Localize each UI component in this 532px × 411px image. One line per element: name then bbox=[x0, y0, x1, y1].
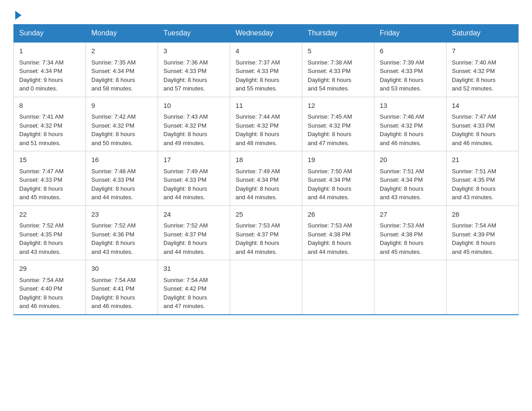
calendar-cell: 9Sunrise: 7:42 AMSunset: 4:32 PMDaylight… bbox=[86, 97, 158, 151]
calendar-cell: 13Sunrise: 7:46 AMSunset: 4:32 PMDayligh… bbox=[374, 97, 446, 151]
calendar-cell: 31Sunrise: 7:54 AMSunset: 4:42 PMDayligh… bbox=[158, 260, 230, 315]
logo bbox=[13, 9, 21, 20]
calendar-cell: 12Sunrise: 7:45 AMSunset: 4:32 PMDayligh… bbox=[302, 97, 374, 151]
page-header bbox=[13, 9, 519, 20]
day-number: 20 bbox=[380, 155, 441, 165]
calendar-cell: 18Sunrise: 7:49 AMSunset: 4:34 PMDayligh… bbox=[230, 151, 302, 206]
day-number: 2 bbox=[91, 46, 152, 56]
day-number: 15 bbox=[19, 155, 80, 165]
calendar-cell: 3Sunrise: 7:36 AMSunset: 4:33 PMDaylight… bbox=[158, 42, 230, 97]
day-number: 26 bbox=[308, 210, 369, 220]
calendar-cell: 16Sunrise: 7:48 AMSunset: 4:33 PMDayligh… bbox=[86, 151, 158, 206]
calendar-cell: 27Sunrise: 7:53 AMSunset: 4:38 PMDayligh… bbox=[374, 206, 446, 260]
day-number: 27 bbox=[380, 210, 441, 220]
calendar-cell: 22Sunrise: 7:52 AMSunset: 4:35 PMDayligh… bbox=[14, 206, 86, 260]
day-number: 13 bbox=[380, 101, 441, 111]
day-number: 11 bbox=[236, 101, 296, 111]
day-number: 1 bbox=[19, 46, 80, 56]
week-row-4: 22Sunrise: 7:52 AMSunset: 4:35 PMDayligh… bbox=[14, 206, 519, 260]
calendar-cell: 11Sunrise: 7:44 AMSunset: 4:32 PMDayligh… bbox=[230, 97, 302, 151]
day-number: 9 bbox=[91, 101, 152, 111]
calendar-cell bbox=[230, 260, 302, 315]
column-header-wednesday: Wednesday bbox=[230, 25, 302, 43]
calendar-cell: 23Sunrise: 7:52 AMSunset: 4:36 PMDayligh… bbox=[86, 206, 158, 260]
calendar-cell: 1Sunrise: 7:34 AMSunset: 4:34 PMDaylight… bbox=[14, 42, 86, 97]
calendar-cell: 8Sunrise: 7:41 AMSunset: 4:32 PMDaylight… bbox=[14, 97, 86, 151]
day-number: 25 bbox=[236, 210, 296, 220]
day-number: 14 bbox=[452, 101, 513, 111]
calendar-cell: 15Sunrise: 7:47 AMSunset: 4:33 PMDayligh… bbox=[14, 151, 86, 206]
calendar-cell: 25Sunrise: 7:53 AMSunset: 4:37 PMDayligh… bbox=[230, 206, 302, 260]
day-number: 7 bbox=[452, 46, 513, 56]
calendar-cell: 10Sunrise: 7:43 AMSunset: 4:32 PMDayligh… bbox=[158, 97, 230, 151]
calendar-cell bbox=[446, 260, 519, 315]
day-number: 16 bbox=[91, 155, 152, 165]
day-number: 28 bbox=[452, 210, 513, 220]
column-header-thursday: Thursday bbox=[302, 25, 374, 43]
day-number: 12 bbox=[308, 101, 369, 111]
calendar-cell: 7Sunrise: 7:40 AMSunset: 4:32 PMDaylight… bbox=[446, 42, 519, 97]
day-number: 29 bbox=[19, 264, 80, 274]
calendar-cell: 6Sunrise: 7:39 AMSunset: 4:33 PMDaylight… bbox=[374, 42, 446, 97]
day-number: 24 bbox=[163, 210, 224, 220]
calendar-cell bbox=[302, 260, 374, 315]
day-number: 10 bbox=[163, 101, 224, 111]
calendar-cell: 21Sunrise: 7:51 AMSunset: 4:35 PMDayligh… bbox=[446, 151, 519, 206]
calendar-cell: 17Sunrise: 7:49 AMSunset: 4:33 PMDayligh… bbox=[158, 151, 230, 206]
day-number: 4 bbox=[236, 46, 296, 56]
column-header-tuesday: Tuesday bbox=[158, 25, 230, 43]
calendar-cell: 28Sunrise: 7:54 AMSunset: 4:39 PMDayligh… bbox=[446, 206, 519, 260]
column-header-friday: Friday bbox=[374, 25, 446, 43]
calendar-cell: 2Sunrise: 7:35 AMSunset: 4:34 PMDaylight… bbox=[86, 42, 158, 97]
calendar-cell: 24Sunrise: 7:52 AMSunset: 4:37 PMDayligh… bbox=[158, 206, 230, 260]
calendar-table: SundayMondayTuesdayWednesdayThursdayFrid… bbox=[13, 24, 519, 315]
calendar-cell: 29Sunrise: 7:54 AMSunset: 4:40 PMDayligh… bbox=[14, 260, 86, 315]
day-number: 21 bbox=[452, 155, 513, 165]
calendar-cell: 20Sunrise: 7:51 AMSunset: 4:34 PMDayligh… bbox=[374, 151, 446, 206]
day-number: 23 bbox=[91, 210, 152, 220]
day-number: 6 bbox=[380, 46, 441, 56]
column-header-saturday: Saturday bbox=[446, 25, 519, 43]
day-number: 31 bbox=[163, 264, 224, 274]
day-number: 30 bbox=[91, 264, 152, 274]
calendar-cell bbox=[374, 260, 446, 315]
calendar-cell: 30Sunrise: 7:54 AMSunset: 4:41 PMDayligh… bbox=[86, 260, 158, 315]
column-header-sunday: Sunday bbox=[14, 25, 86, 43]
calendar-header-row: SundayMondayTuesdayWednesdayThursdayFrid… bbox=[14, 25, 519, 43]
logo-arrow-icon bbox=[15, 11, 21, 20]
week-row-1: 1Sunrise: 7:34 AMSunset: 4:34 PMDaylight… bbox=[14, 42, 519, 97]
week-row-2: 8Sunrise: 7:41 AMSunset: 4:32 PMDaylight… bbox=[14, 97, 519, 151]
day-number: 8 bbox=[19, 101, 80, 111]
day-number: 22 bbox=[19, 210, 80, 220]
week-row-3: 15Sunrise: 7:47 AMSunset: 4:33 PMDayligh… bbox=[14, 151, 519, 206]
column-header-monday: Monday bbox=[86, 25, 158, 43]
calendar-cell: 5Sunrise: 7:38 AMSunset: 4:33 PMDaylight… bbox=[302, 42, 374, 97]
calendar-cell: 4Sunrise: 7:37 AMSunset: 4:33 PMDaylight… bbox=[230, 42, 302, 97]
calendar-cell: 26Sunrise: 7:53 AMSunset: 4:38 PMDayligh… bbox=[302, 206, 374, 260]
day-number: 17 bbox=[163, 155, 224, 165]
day-number: 19 bbox=[308, 155, 369, 165]
day-number: 5 bbox=[308, 46, 369, 56]
day-number: 18 bbox=[236, 155, 296, 165]
day-number: 3 bbox=[163, 46, 224, 56]
calendar-cell: 14Sunrise: 7:47 AMSunset: 4:33 PMDayligh… bbox=[446, 97, 519, 151]
calendar-cell: 19Sunrise: 7:50 AMSunset: 4:34 PMDayligh… bbox=[302, 151, 374, 206]
week-row-5: 29Sunrise: 7:54 AMSunset: 4:40 PMDayligh… bbox=[14, 260, 519, 315]
